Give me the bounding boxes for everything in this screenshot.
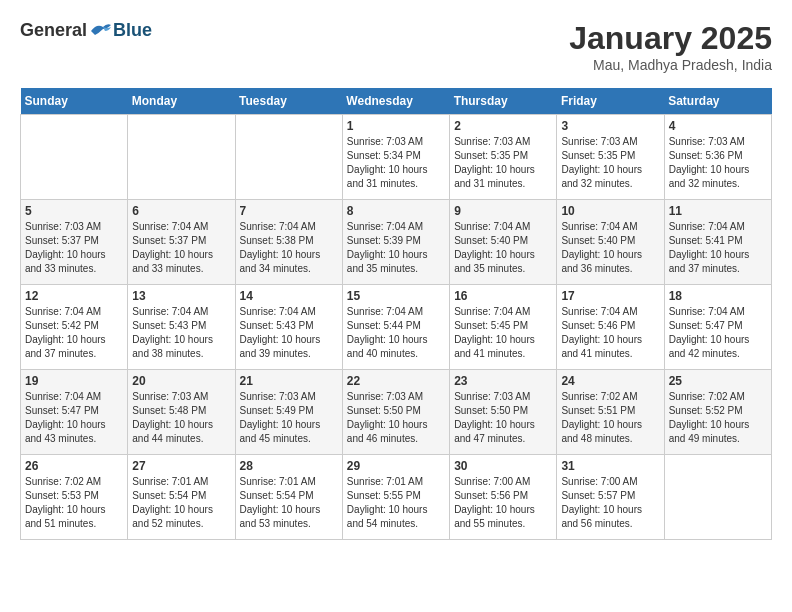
- calendar-table: SundayMondayTuesdayWednesdayThursdayFrid…: [20, 88, 772, 540]
- month-title: January 2025: [569, 20, 772, 57]
- day-info: Sunrise: 7:04 AM Sunset: 5:44 PM Dayligh…: [347, 305, 445, 361]
- day-number: 10: [561, 204, 659, 218]
- calendar-week-row: 19Sunrise: 7:04 AM Sunset: 5:47 PM Dayli…: [21, 370, 772, 455]
- day-number: 2: [454, 119, 552, 133]
- logo: General Blue: [20, 20, 152, 41]
- calendar-day-cell: 16Sunrise: 7:04 AM Sunset: 5:45 PM Dayli…: [450, 285, 557, 370]
- calendar-day-cell: 19Sunrise: 7:04 AM Sunset: 5:47 PM Dayli…: [21, 370, 128, 455]
- calendar-day-cell: 5Sunrise: 7:03 AM Sunset: 5:37 PM Daylig…: [21, 200, 128, 285]
- calendar-day-cell: 17Sunrise: 7:04 AM Sunset: 5:46 PM Dayli…: [557, 285, 664, 370]
- calendar-day-cell: 2Sunrise: 7:03 AM Sunset: 5:35 PM Daylig…: [450, 115, 557, 200]
- calendar-day-cell: 11Sunrise: 7:04 AM Sunset: 5:41 PM Dayli…: [664, 200, 771, 285]
- day-info: Sunrise: 7:03 AM Sunset: 5:50 PM Dayligh…: [347, 390, 445, 446]
- calendar-day-cell: 10Sunrise: 7:04 AM Sunset: 5:40 PM Dayli…: [557, 200, 664, 285]
- day-info: Sunrise: 7:03 AM Sunset: 5:34 PM Dayligh…: [347, 135, 445, 191]
- day-number: 25: [669, 374, 767, 388]
- day-number: 8: [347, 204, 445, 218]
- calendar-day-cell: 12Sunrise: 7:04 AM Sunset: 5:42 PM Dayli…: [21, 285, 128, 370]
- calendar-day-cell: 18Sunrise: 7:04 AM Sunset: 5:47 PM Dayli…: [664, 285, 771, 370]
- day-info: Sunrise: 7:03 AM Sunset: 5:35 PM Dayligh…: [454, 135, 552, 191]
- calendar-day-cell: 20Sunrise: 7:03 AM Sunset: 5:48 PM Dayli…: [128, 370, 235, 455]
- calendar-day-cell: 27Sunrise: 7:01 AM Sunset: 5:54 PM Dayli…: [128, 455, 235, 540]
- day-of-week-header: Monday: [128, 88, 235, 115]
- day-number: 7: [240, 204, 338, 218]
- calendar-day-cell: 23Sunrise: 7:03 AM Sunset: 5:50 PM Dayli…: [450, 370, 557, 455]
- calendar-day-cell: 14Sunrise: 7:04 AM Sunset: 5:43 PM Dayli…: [235, 285, 342, 370]
- calendar-day-cell: [235, 115, 342, 200]
- calendar-day-cell: 22Sunrise: 7:03 AM Sunset: 5:50 PM Dayli…: [342, 370, 449, 455]
- day-of-week-header: Saturday: [664, 88, 771, 115]
- day-number: 4: [669, 119, 767, 133]
- day-info: Sunrise: 7:04 AM Sunset: 5:42 PM Dayligh…: [25, 305, 123, 361]
- day-info: Sunrise: 7:03 AM Sunset: 5:48 PM Dayligh…: [132, 390, 230, 446]
- calendar-day-cell: 21Sunrise: 7:03 AM Sunset: 5:49 PM Dayli…: [235, 370, 342, 455]
- day-of-week-header: Thursday: [450, 88, 557, 115]
- day-number: 27: [132, 459, 230, 473]
- day-of-week-header: Wednesday: [342, 88, 449, 115]
- calendar-day-cell: [21, 115, 128, 200]
- logo-bird-icon: [89, 21, 113, 41]
- day-info: Sunrise: 7:00 AM Sunset: 5:57 PM Dayligh…: [561, 475, 659, 531]
- day-number: 22: [347, 374, 445, 388]
- day-info: Sunrise: 7:04 AM Sunset: 5:40 PM Dayligh…: [561, 220, 659, 276]
- day-info: Sunrise: 7:04 AM Sunset: 5:37 PM Dayligh…: [132, 220, 230, 276]
- day-info: Sunrise: 7:04 AM Sunset: 5:43 PM Dayligh…: [132, 305, 230, 361]
- day-info: Sunrise: 7:04 AM Sunset: 5:46 PM Dayligh…: [561, 305, 659, 361]
- calendar-week-row: 1Sunrise: 7:03 AM Sunset: 5:34 PM Daylig…: [21, 115, 772, 200]
- day-info: Sunrise: 7:03 AM Sunset: 5:35 PM Dayligh…: [561, 135, 659, 191]
- day-number: 6: [132, 204, 230, 218]
- calendar-day-cell: 1Sunrise: 7:03 AM Sunset: 5:34 PM Daylig…: [342, 115, 449, 200]
- day-of-week-header: Friday: [557, 88, 664, 115]
- day-number: 9: [454, 204, 552, 218]
- day-number: 31: [561, 459, 659, 473]
- day-info: Sunrise: 7:01 AM Sunset: 5:54 PM Dayligh…: [240, 475, 338, 531]
- calendar-week-row: 12Sunrise: 7:04 AM Sunset: 5:42 PM Dayli…: [21, 285, 772, 370]
- day-number: 17: [561, 289, 659, 303]
- day-info: Sunrise: 7:03 AM Sunset: 5:50 PM Dayligh…: [454, 390, 552, 446]
- day-number: 14: [240, 289, 338, 303]
- day-info: Sunrise: 7:04 AM Sunset: 5:45 PM Dayligh…: [454, 305, 552, 361]
- calendar-day-cell: 30Sunrise: 7:00 AM Sunset: 5:56 PM Dayli…: [450, 455, 557, 540]
- calendar-week-row: 26Sunrise: 7:02 AM Sunset: 5:53 PM Dayli…: [21, 455, 772, 540]
- day-info: Sunrise: 7:03 AM Sunset: 5:49 PM Dayligh…: [240, 390, 338, 446]
- calendar-day-cell: [664, 455, 771, 540]
- day-number: 5: [25, 204, 123, 218]
- day-info: Sunrise: 7:01 AM Sunset: 5:54 PM Dayligh…: [132, 475, 230, 531]
- logo-blue-text: Blue: [113, 20, 152, 41]
- day-number: 24: [561, 374, 659, 388]
- day-info: Sunrise: 7:04 AM Sunset: 5:43 PM Dayligh…: [240, 305, 338, 361]
- calendar-day-cell: 13Sunrise: 7:04 AM Sunset: 5:43 PM Dayli…: [128, 285, 235, 370]
- calendar-day-cell: 8Sunrise: 7:04 AM Sunset: 5:39 PM Daylig…: [342, 200, 449, 285]
- day-info: Sunrise: 7:04 AM Sunset: 5:39 PM Dayligh…: [347, 220, 445, 276]
- day-number: 21: [240, 374, 338, 388]
- day-number: 13: [132, 289, 230, 303]
- calendar-day-cell: 31Sunrise: 7:00 AM Sunset: 5:57 PM Dayli…: [557, 455, 664, 540]
- day-info: Sunrise: 7:04 AM Sunset: 5:47 PM Dayligh…: [25, 390, 123, 446]
- day-info: Sunrise: 7:04 AM Sunset: 5:41 PM Dayligh…: [669, 220, 767, 276]
- day-number: 30: [454, 459, 552, 473]
- day-number: 28: [240, 459, 338, 473]
- day-number: 19: [25, 374, 123, 388]
- day-info: Sunrise: 7:02 AM Sunset: 5:51 PM Dayligh…: [561, 390, 659, 446]
- day-of-week-header: Tuesday: [235, 88, 342, 115]
- calendar-day-cell: [128, 115, 235, 200]
- day-info: Sunrise: 7:01 AM Sunset: 5:55 PM Dayligh…: [347, 475, 445, 531]
- calendar-header-row: SundayMondayTuesdayWednesdayThursdayFrid…: [21, 88, 772, 115]
- day-info: Sunrise: 7:00 AM Sunset: 5:56 PM Dayligh…: [454, 475, 552, 531]
- day-of-week-header: Sunday: [21, 88, 128, 115]
- calendar-day-cell: 6Sunrise: 7:04 AM Sunset: 5:37 PM Daylig…: [128, 200, 235, 285]
- calendar-day-cell: 9Sunrise: 7:04 AM Sunset: 5:40 PM Daylig…: [450, 200, 557, 285]
- calendar-day-cell: 25Sunrise: 7:02 AM Sunset: 5:52 PM Dayli…: [664, 370, 771, 455]
- day-number: 15: [347, 289, 445, 303]
- calendar-day-cell: 4Sunrise: 7:03 AM Sunset: 5:36 PM Daylig…: [664, 115, 771, 200]
- day-info: Sunrise: 7:02 AM Sunset: 5:52 PM Dayligh…: [669, 390, 767, 446]
- title-area: January 2025 Mau, Madhya Pradesh, India: [569, 20, 772, 73]
- day-number: 3: [561, 119, 659, 133]
- day-number: 20: [132, 374, 230, 388]
- day-number: 16: [454, 289, 552, 303]
- calendar-day-cell: 26Sunrise: 7:02 AM Sunset: 5:53 PM Dayli…: [21, 455, 128, 540]
- calendar-day-cell: 28Sunrise: 7:01 AM Sunset: 5:54 PM Dayli…: [235, 455, 342, 540]
- day-info: Sunrise: 7:03 AM Sunset: 5:36 PM Dayligh…: [669, 135, 767, 191]
- calendar-day-cell: 29Sunrise: 7:01 AM Sunset: 5:55 PM Dayli…: [342, 455, 449, 540]
- page-header: General Blue January 2025 Mau, Madhya Pr…: [20, 20, 772, 73]
